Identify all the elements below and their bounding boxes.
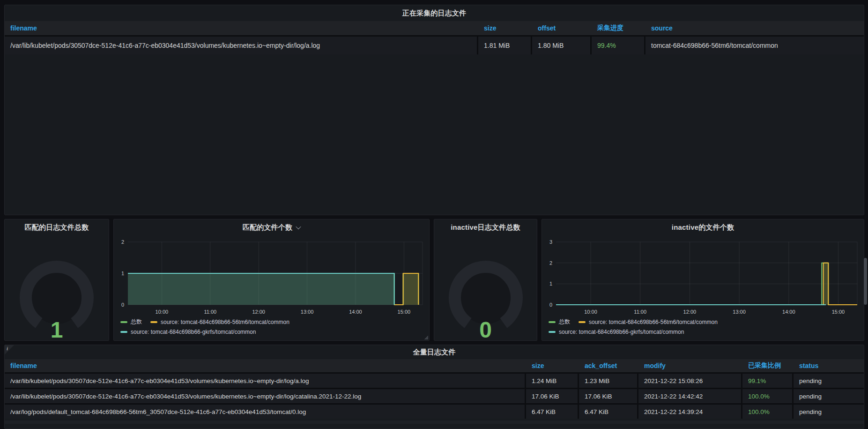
table-cell: 6.47 KiB [526, 405, 578, 419]
chart-legend: 总数source: tomcat-684c698b66-56tm6/tomcat… [120, 317, 429, 337]
matched-files-time-series-chart[interactable]: 01210:0011:0012:0013:0014:0015:00 [114, 235, 429, 315]
table-cell: 100.0% [742, 389, 792, 403]
table-cell: /var/lib/kubelet/pods/30507dce-512e-41c6… [5, 37, 477, 54]
svg-text:14:00: 14:00 [349, 309, 362, 315]
collecting-files-table: filenamesizeoffset采集进度source/var/lib/kub… [5, 21, 864, 54]
svg-text:3: 3 [549, 239, 552, 245]
table-cell: 1.81 MiB [478, 37, 531, 54]
svg-text:11:00: 11:00 [634, 309, 646, 315]
svg-text:0: 0 [549, 302, 552, 308]
table-row: /var/lib/kubelet/pods/30507dce-512e-41c6… [5, 37, 864, 54]
table-row: /var/lib/kubelet/pods/30507dce-512e-41c6… [5, 374, 864, 388]
legend-series-swatch [120, 331, 127, 333]
panel-inactive-total: inactive日志文件总数 0 [434, 219, 537, 341]
partial-next-row [5, 421, 864, 424]
legend-series-swatch [549, 331, 556, 333]
table-cell: pending [794, 389, 864, 403]
svg-text:2: 2 [121, 239, 124, 245]
legend-row: source: tomcat-684c698b66-gkrfs/tomcat/c… [120, 327, 429, 337]
panel-matched-chart: 匹配的文件个数 01210:0011:0012:0013:0014:0015:0… [113, 219, 430, 341]
legend-series-label: 总数 [559, 318, 570, 326]
panel-title-text: 匹配的文件个数 [243, 223, 292, 232]
legend-row: source: tomcat-684c698b66-gkrfs/tomcat/c… [549, 327, 864, 337]
panel-title-collecting[interactable]: 正在采集的日志文件 [5, 5, 864, 21]
table-cell: 1.24 MiB [526, 374, 578, 388]
gauge-value: 1 [5, 319, 109, 341]
legend-series-label: source: tomcat-684c698b66-gkrfs/tomcat/c… [131, 329, 256, 335]
resize-handle[interactable] [424, 335, 428, 339]
svg-text:0: 0 [121, 302, 124, 308]
legend-item[interactable]: 总数 [549, 318, 570, 326]
legend-series-label: 总数 [131, 318, 142, 326]
panel-title-matched-chart[interactable]: 匹配的文件个数 [114, 219, 429, 235]
table-cell: pending [794, 374, 864, 388]
column-header-modify[interactable]: modify [638, 359, 741, 372]
svg-text:15:00: 15:00 [398, 309, 411, 315]
table-header-row: filenamesizeoffset采集进度source [5, 21, 864, 35]
svg-text:15:00: 15:00 [832, 309, 845, 315]
inactive-files-time-series-chart[interactable]: 012310:0011:0012:0013:0014:0015:00 [542, 235, 864, 315]
legend-item[interactable]: source: tomcat-684c698b66-56tm6/tomcat/c… [150, 319, 289, 325]
column-header-采集进度[interactable]: 采集进度 [592, 21, 644, 35]
svg-text:2: 2 [549, 260, 552, 266]
table-cell: pending [794, 405, 864, 419]
all-files-table: filenamesizeack_offsetmodify已采集比例status/… [5, 359, 864, 419]
svg-text:13:00: 13:00 [733, 309, 746, 315]
svg-text:10:00: 10:00 [156, 309, 169, 315]
legend-series-label: source: tomcat-684c698b66-gkrfs/tomcat/c… [559, 329, 684, 335]
gauge-value: 0 [434, 319, 537, 341]
dashboard: 正在采集的日志文件 filenamesizeoffset采集进度source/v… [0, 0, 868, 429]
legend-series-swatch [549, 321, 556, 323]
legend-item[interactable]: source: tomcat-684c698b66-gkrfs/tomcat/c… [120, 329, 256, 335]
table-cell: 2021-12-22 15:08:26 [638, 374, 741, 388]
column-header-filename[interactable]: filename [5, 21, 477, 35]
legend-item[interactable]: source: tomcat-684c698b66-gkrfs/tomcat/c… [549, 329, 684, 335]
column-header-filename[interactable]: filename [5, 359, 525, 372]
legend-series-label: source: tomcat-684c698b66-56tm6/tomcat/c… [589, 319, 718, 325]
panel-inactive-chart: inactive的文件个数 012310:0011:0012:0013:0014… [542, 219, 864, 341]
column-header-source[interactable]: source [645, 21, 864, 35]
table-cell: 6.47 KiB [579, 405, 637, 419]
column-header-offset[interactable]: offset [532, 21, 590, 35]
table-header-row: filenamesizeack_offsetmodify已采集比例status [5, 359, 864, 372]
column-header-size[interactable]: size [526, 359, 578, 372]
info-icon[interactable]: i [5, 345, 14, 354]
chevron-down-icon [296, 224, 301, 229]
panel-title-inactive-chart[interactable]: inactive的文件个数 [542, 219, 864, 235]
svg-text:10:00: 10:00 [584, 309, 597, 315]
table-cell: 17.06 KiB [526, 389, 578, 403]
legend-item[interactable]: source: tomcat-684c698b66-56tm6/tomcat/c… [579, 319, 718, 325]
column-header-ack_offset[interactable]: ack_offset [579, 359, 637, 372]
middle-row: 匹配的日志文件总数 1 匹配的文件个数 01210:0011:0012:0013… [4, 219, 864, 341]
svg-text:12:00: 12:00 [683, 309, 697, 315]
table-row: /var/log/pods/default_tomcat-684c698b66-… [5, 405, 864, 419]
panel-title-inactive-total[interactable]: inactive日志文件总数 [434, 219, 537, 235]
table-cell: 99.1% [742, 374, 792, 388]
panel-title-all-files[interactable]: 全量日志文件 [5, 345, 864, 359]
svg-text:11:00: 11:00 [204, 309, 216, 315]
scrollbar[interactable] [864, 258, 867, 305]
panel-collecting-files: 正在采集的日志文件 filenamesizeoffset采集进度source/v… [4, 5, 864, 215]
table-cell: 100.0% [742, 405, 792, 419]
table-cell: tomcat-684c698b66-56tm6/tomcat/common [645, 37, 864, 54]
column-header-size[interactable]: size [478, 21, 531, 35]
svg-text:1: 1 [121, 271, 124, 276]
legend-row: 总数source: tomcat-684c698b66-56tm6/tomcat… [120, 317, 429, 327]
legend-series-swatch [120, 321, 127, 323]
panel-title-matched-total[interactable]: 匹配的日志文件总数 [5, 219, 109, 235]
legend-item[interactable]: 总数 [120, 318, 142, 326]
table-row: /var/lib/kubelet/pods/30507dce-512e-41c6… [5, 389, 864, 403]
legend-series-label: source: tomcat-684c698b66-56tm6/tomcat/c… [161, 319, 289, 325]
panel-title-text: inactive的文件个数 [672, 223, 734, 232]
table-cell: 1.80 MiB [532, 37, 590, 54]
table-cell: 2021-12-22 14:42:42 [638, 389, 741, 403]
legend-series-swatch [150, 321, 157, 323]
table-cell: /var/lib/kubelet/pods/30507dce-512e-41c6… [5, 389, 525, 403]
panel-all-files: i 全量日志文件 filenamesizeack_offsetmodify已采集… [4, 345, 864, 429]
svg-text:12:00: 12:00 [252, 309, 265, 315]
column-header-已采集比例[interactable]: 已采集比例 [742, 359, 792, 372]
legend-series-swatch [579, 321, 586, 323]
svg-text:13:00: 13:00 [301, 309, 314, 315]
table-cell: 2021-12-22 14:39:24 [638, 405, 741, 419]
column-header-status[interactable]: status [794, 359, 864, 372]
